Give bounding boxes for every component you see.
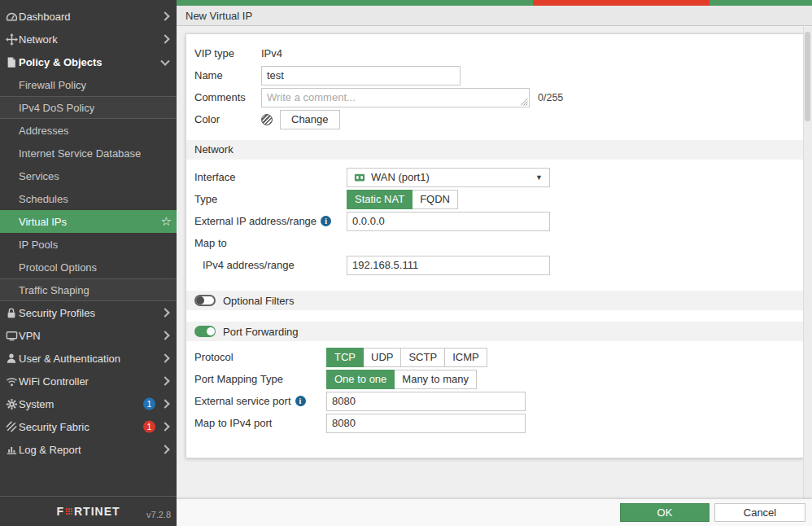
comments-label: Comments bbox=[194, 91, 261, 103]
sidebar-item-label: Log & Report bbox=[19, 444, 81, 456]
name-input[interactable] bbox=[261, 66, 461, 85]
network-section-header: Network bbox=[186, 140, 803, 160]
sidebar-item-label: Internet Service Database bbox=[19, 147, 141, 160]
sidebar-item-protocol-options[interactable]: Protocol Options bbox=[0, 256, 177, 278]
lock-icon bbox=[5, 306, 18, 319]
chevron-right-icon bbox=[160, 445, 169, 454]
color-change-button[interactable]: Change bbox=[280, 110, 340, 129]
sidebar-item-label: User & Authentication bbox=[19, 353, 120, 365]
segment-many-to-many[interactable]: Many to many bbox=[394, 370, 477, 389]
segment-static-nat[interactable]: Static NAT bbox=[347, 190, 413, 209]
sidebar-item-dashboard[interactable]: Dashboard bbox=[0, 5, 177, 28]
notification-badge: 1 bbox=[143, 421, 155, 433]
sidebar-item-firewall-policy[interactable]: Firewall Policy bbox=[0, 73, 177, 96]
name-row: Name bbox=[194, 64, 803, 86]
optional-filters-section: Optional Filters bbox=[186, 291, 803, 310]
segment-icmp[interactable]: ICMP bbox=[444, 348, 487, 367]
sidebar-item-addresses[interactable]: Addresses bbox=[0, 119, 177, 142]
fortinet-logo: F RTINET bbox=[56, 505, 120, 518]
sidebar-item-policy-objects[interactable]: Policy & Objects bbox=[0, 50, 177, 73]
port-forwarding-toggle[interactable] bbox=[194, 326, 216, 337]
ipv4-range-input[interactable] bbox=[347, 256, 550, 275]
sidebar-item-label: Addresses bbox=[19, 125, 68, 137]
form-card: VIP type IPv4 Name Comments 0/255 bbox=[186, 33, 804, 458]
wifi-icon bbox=[5, 375, 18, 388]
ok-button[interactable]: OK bbox=[620, 503, 709, 522]
info-icon[interactable] bbox=[321, 216, 331, 226]
gauge-icon bbox=[5, 10, 18, 23]
sidebar-item-label: System bbox=[19, 398, 54, 410]
sidebar-item-label: Dashboard bbox=[19, 11, 71, 23]
sidebar-item-label: Protocol Options bbox=[19, 261, 97, 274]
sidebar-item-ip-pools[interactable]: IP Pools bbox=[0, 233, 177, 256]
external-ip-input[interactable] bbox=[347, 212, 550, 231]
segment-udp[interactable]: UDP bbox=[363, 348, 401, 367]
optional-filters-label: Optional Filters bbox=[223, 295, 294, 307]
segment-fqdn[interactable]: FQDN bbox=[412, 190, 458, 209]
dropdown-caret-icon: ▼ bbox=[535, 173, 543, 182]
type-row: Type Static NATFQDN bbox=[194, 188, 803, 210]
type-label: Type bbox=[194, 193, 347, 205]
top-red-notification-bar bbox=[533, 0, 709, 6]
scrollbar-thumb[interactable] bbox=[805, 32, 810, 121]
sidebar-item-schedules[interactable]: Schedules bbox=[0, 187, 177, 210]
sidebar-item-label: IP Pools bbox=[19, 239, 58, 251]
external-ip-label: External IP address/range bbox=[194, 215, 317, 227]
sidebar-item-virtual-ips[interactable]: Virtual IPs☆ bbox=[0, 210, 177, 233]
sidebar-item-label: VPN bbox=[19, 330, 41, 342]
star-icon[interactable]: ☆ bbox=[161, 214, 172, 229]
comments-input[interactable] bbox=[261, 88, 530, 107]
chevron-right-icon bbox=[160, 376, 169, 385]
port-forwarding-label: Port Forwarding bbox=[223, 326, 298, 338]
port-forwarding-section: Port Forwarding bbox=[186, 322, 803, 341]
sidebar-item-wifi-controller[interactable]: WiFi Controller bbox=[0, 370, 177, 392]
vip-type-label: VIP type bbox=[194, 47, 261, 59]
sidebar-item-label: Security Profiles bbox=[19, 307, 95, 319]
sidebar-item-security-profiles[interactable]: Security Profiles bbox=[0, 301, 177, 324]
sidebar-nav-list: DashboardNetworkPolicy & ObjectsFirewall… bbox=[0, 0, 177, 461]
sidebar-item-user-authentication[interactable]: User & Authentication bbox=[0, 347, 177, 370]
protocol-segmented: TCPUDPSCTPICMP bbox=[326, 348, 487, 367]
sidebar-item-ipv4-dos-policy[interactable]: IPv4 DoS Policy bbox=[0, 96, 177, 119]
sidebar-item-system[interactable]: System1 bbox=[0, 392, 177, 415]
interface-value: WAN (port1) bbox=[371, 171, 530, 183]
external-service-port-row: External service port bbox=[194, 390, 803, 412]
map-to-port-input[interactable] bbox=[326, 414, 526, 433]
sidebar-item-services[interactable]: Services bbox=[0, 164, 177, 187]
optional-filters-toggle[interactable] bbox=[194, 295, 216, 306]
fortinet-dot-grid-icon bbox=[66, 508, 72, 515]
color-swatch-icon[interactable] bbox=[261, 114, 273, 125]
brand-letters-rtinet: RTINET bbox=[74, 505, 120, 518]
cancel-button[interactable]: Cancel bbox=[714, 503, 805, 522]
port-mapping-segmented: One to oneMany to many bbox=[326, 370, 476, 389]
sidebar-item-traffic-shaping[interactable]: Traffic Shaping bbox=[0, 278, 177, 301]
action-footer: OK Cancel bbox=[177, 499, 812, 526]
sidebar-item-log-report[interactable]: Log & Report bbox=[0, 438, 177, 461]
scrollbar[interactable] bbox=[803, 27, 812, 499]
sidebar-item-internet-service-database[interactable]: Internet Service Database bbox=[0, 142, 177, 164]
info-icon[interactable] bbox=[295, 396, 306, 406]
sidebar-item-security-fabric[interactable]: Security Fabric1 bbox=[0, 415, 177, 438]
sidebar-item-vpn[interactable]: VPN bbox=[0, 324, 177, 347]
sidebar-item-label: IPv4 DoS Policy bbox=[19, 102, 94, 114]
user-icon bbox=[5, 352, 18, 365]
sidebar-footer: F RTINET v7.2.8 bbox=[0, 496, 177, 526]
sidebar-item-network[interactable]: Network bbox=[0, 28, 177, 50]
map-to-label: Map to bbox=[194, 237, 803, 249]
external-service-port-input[interactable] bbox=[326, 392, 526, 411]
firmware-version: v7.2.8 bbox=[146, 510, 171, 519]
sidebar-item-label: Network bbox=[19, 33, 58, 46]
ipv4-range-label: IPv4 address/range bbox=[194, 259, 347, 271]
segment-tcp[interactable]: TCP bbox=[326, 348, 364, 367]
segment-sctp[interactable]: SCTP bbox=[400, 348, 445, 367]
monitor-icon bbox=[5, 329, 18, 342]
chevron-right-icon bbox=[160, 308, 169, 317]
main-area: New Virtual IP VIP type IPv4 Name Commen… bbox=[177, 0, 812, 526]
sidebar-item-label: Policy & Objects bbox=[19, 56, 103, 68]
interface-dropdown[interactable]: WAN (port1) ▼ bbox=[347, 168, 550, 187]
chart-icon bbox=[5, 443, 18, 456]
resize-grip-icon[interactable] bbox=[521, 99, 528, 106]
color-label: Color bbox=[194, 113, 261, 125]
segment-one-to-one[interactable]: One to one bbox=[326, 370, 395, 389]
comments-counter: 0/255 bbox=[538, 92, 563, 103]
